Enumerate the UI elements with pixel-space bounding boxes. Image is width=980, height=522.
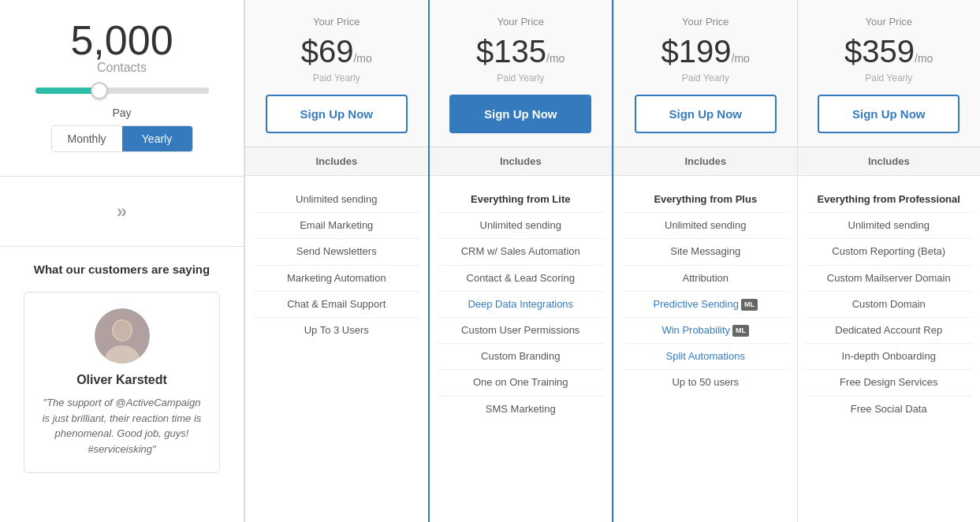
plan-billing-professional: Paid Yearly xyxy=(627,73,784,84)
includes-header-plus: Includes xyxy=(430,147,613,176)
feature-item: Deep Data Integrations xyxy=(438,292,605,318)
feature-item: Up To 3 Users xyxy=(253,318,420,343)
feature-item: Predictive SendingML xyxy=(622,292,789,318)
plan-label-plus: Your Price xyxy=(442,16,600,28)
signup-button-professional[interactable]: Sign Up Now xyxy=(635,95,777,133)
billing-toggle[interactable]: Monthly Yearly xyxy=(51,125,193,152)
testimonial-section-title: What our customers are saying xyxy=(24,263,220,276)
feature-item: Email Marketing xyxy=(253,213,420,239)
plan-header-professional: Your Price$199/moPaid YearlySign Up Now xyxy=(614,0,797,147)
signup-button-lite[interactable]: Sign Up Now xyxy=(266,95,408,133)
feature-item: Split Automations xyxy=(622,344,789,370)
signup-button-plus[interactable]: Sign Up Now xyxy=(449,95,591,133)
svg-point-3 xyxy=(114,321,131,340)
plan-label-professional: Your Price xyxy=(627,16,784,28)
testimonial-card: Oliver Karstedt "The support of @ActiveC… xyxy=(24,292,220,473)
plan-col-lite: Your Price$69/moPaid YearlySign Up NowIn… xyxy=(244,0,428,522)
feature-item: Attribution xyxy=(622,266,789,292)
testimonial-name: Oliver Karstedt xyxy=(40,373,203,387)
plan-header-lite: Your Price$69/moPaid YearlySign Up Now xyxy=(245,0,428,147)
feature-item: Everything from Professional xyxy=(806,187,973,213)
includes-header-enterprise: Includes xyxy=(798,147,981,176)
feature-item: Everything from Plus xyxy=(622,187,789,213)
plan-col-professional: Your Price$199/moPaid YearlySign Up NowI… xyxy=(613,0,797,522)
arrow-section: » xyxy=(0,177,244,246)
feature-link[interactable]: Deep Data Integrations xyxy=(468,298,573,310)
contact-section: 5,000 Contacts Pay Monthly Yearly xyxy=(0,0,244,177)
plan-price-lite: $69 xyxy=(301,34,354,69)
ml-badge: ML xyxy=(732,325,749,337)
feature-item: In-depth Onboarding xyxy=(806,344,973,370)
features-list-lite: Unlimited sendingEmail MarketingSend New… xyxy=(245,176,428,522)
signup-button-enterprise[interactable]: Sign Up Now xyxy=(818,95,960,133)
monthly-toggle[interactable]: Monthly xyxy=(52,126,122,151)
feature-item: Custom Reporting (Beta) xyxy=(806,239,973,265)
features-list-plus: Everything from LiteUnlimited sendingCRM… xyxy=(430,176,613,522)
plan-price-enterprise: $359 xyxy=(844,34,915,69)
includes-header-professional: Includes xyxy=(614,147,797,176)
next-arrow-icon: » xyxy=(117,200,127,222)
feature-item: Site Messaging xyxy=(622,239,789,265)
feature-item: Custom Branding xyxy=(438,344,605,370)
contacts-label: Contacts xyxy=(24,61,220,75)
avatar xyxy=(95,308,150,364)
left-panel: 5,000 Contacts Pay Monthly Yearly » What… xyxy=(0,0,244,522)
feature-item: Custom Domain xyxy=(806,292,973,318)
feature-item: Unlimited sending xyxy=(438,213,605,239)
feature-item: Send Newsletters xyxy=(253,239,420,265)
feature-item: CRM w/ Sales Automation xyxy=(438,239,605,265)
features-list-professional: Everything from PlusUnlimited sendingSit… xyxy=(614,176,797,522)
contact-count: 5,000 xyxy=(24,20,220,61)
plan-header-enterprise: Your Price$359/moPaid YearlySign Up Now xyxy=(798,0,981,147)
plan-col-plus: Your Price$135/moPaid YearlySign Up NowI… xyxy=(428,0,614,522)
plan-label-enterprise: Your Price xyxy=(810,16,968,28)
feature-item: Win ProbabilityML xyxy=(622,318,789,344)
plan-per-mo-plus: /mo xyxy=(546,52,565,65)
feature-item: Chat & Email Support xyxy=(253,292,420,318)
slider-track[interactable] xyxy=(35,88,209,94)
plan-per-mo-professional: /mo xyxy=(732,52,750,65)
includes-header-lite: Includes xyxy=(245,147,428,176)
feature-item: Marketing Automation xyxy=(253,266,420,292)
features-list-enterprise: Everything from ProfessionalUnlimited se… xyxy=(798,176,981,522)
feature-item: Free Social Data xyxy=(806,397,973,422)
pay-label: Pay xyxy=(24,106,220,119)
pricing-columns: Your Price$69/moPaid YearlySign Up NowIn… xyxy=(244,0,980,522)
slider-thumb[interactable] xyxy=(91,82,108,99)
yearly-toggle[interactable]: Yearly xyxy=(122,126,192,151)
ml-badge: ML xyxy=(741,299,758,311)
testimonial-quote: "The support of @ActiveCampaign is just … xyxy=(40,395,203,457)
feature-item: Up to 50 users xyxy=(622,370,789,395)
plan-billing-enterprise: Paid Yearly xyxy=(810,73,968,84)
plan-billing-lite: Paid Yearly xyxy=(258,73,415,84)
plan-billing-plus: Paid Yearly xyxy=(442,73,600,84)
feature-item: Unlimited sending xyxy=(806,213,973,239)
plan-price-plus: $135 xyxy=(476,34,546,69)
pricing-area: Your Price$69/moPaid YearlySign Up NowIn… xyxy=(244,0,980,522)
plan-label-lite: Your Price xyxy=(258,16,415,28)
plan-header-plus: Your Price$135/moPaid YearlySign Up Now xyxy=(430,0,613,147)
feature-item: Unlimited sending xyxy=(253,187,420,213)
slider-container[interactable] xyxy=(24,88,220,94)
plan-per-mo-enterprise: /mo xyxy=(915,52,933,65)
feature-item: One on One Training xyxy=(438,370,605,396)
testimonial-section: What our customers are saying Oliver Kar… xyxy=(0,246,244,489)
feature-link[interactable]: Split Automations xyxy=(666,350,745,362)
slider-fill xyxy=(35,88,99,94)
plan-col-enterprise: Your Price$359/moPaid YearlySign Up NowI… xyxy=(797,0,981,522)
feature-item: Dedicated Account Rep xyxy=(806,318,973,344)
feature-item: Contact & Lead Scoring xyxy=(438,266,605,292)
feature-item: Unlimited sending xyxy=(622,213,789,239)
feature-link[interactable]: Predictive Sending xyxy=(654,298,739,310)
feature-item: Custom User Permissions xyxy=(438,318,605,344)
feature-item: SMS Marketing xyxy=(438,397,605,422)
feature-item: Custom Mailserver Domain xyxy=(806,266,973,292)
feature-link[interactable]: Win Probability xyxy=(661,324,730,336)
plan-per-mo-lite: /mo xyxy=(353,52,371,65)
plan-price-professional: $199 xyxy=(661,34,732,69)
feature-item: Everything from Lite xyxy=(438,187,605,213)
feature-item: Free Design Services xyxy=(806,370,973,396)
